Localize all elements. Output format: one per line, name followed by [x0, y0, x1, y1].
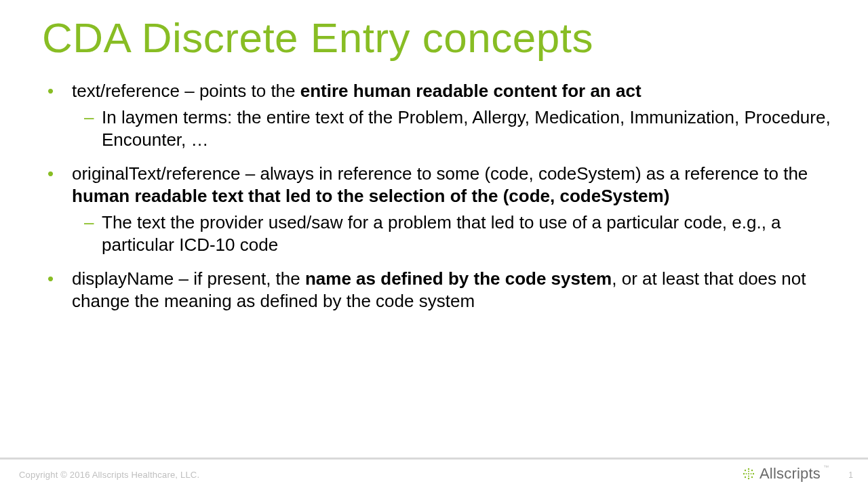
bullet-text-pre: originalText/reference – always in refer…: [72, 163, 808, 184]
slide-body: text/reference – points to the entire hu…: [42, 80, 834, 325]
sub-bullet-list: In laymen terms: the entire text of the …: [72, 106, 834, 151]
bullet-list: text/reference – points to the entire hu…: [42, 80, 834, 312]
footer-divider: [0, 458, 868, 460]
bullet-text-bold: human readable text that led to the sele…: [72, 186, 669, 206]
svg-point-1: [748, 478, 749, 479]
bullet-item: originalText/reference – always in refer…: [42, 163, 834, 256]
bullet-text-bold: entire human readable content for an act: [300, 81, 642, 101]
brand-logo: Allscripts ™: [742, 465, 830, 483]
svg-point-11: [750, 473, 751, 474]
sub-bullet-item: The text the provider used/saw for a pro…: [72, 211, 834, 256]
brand-mark-icon: [742, 467, 755, 481]
bullet-item: displayName – if present, the name as de…: [42, 268, 834, 312]
copyright-text: Copyright © 2016 Allscripts Healthcare, …: [19, 470, 199, 480]
bullet-text-pre: text/reference – points to the: [72, 81, 300, 101]
slide: CDA Discrete Entry concepts text/referen…: [0, 0, 868, 488]
svg-point-4: [745, 470, 746, 471]
svg-point-3: [753, 473, 754, 474]
bullet-text-pre: displayName – if present, the: [72, 268, 305, 289]
svg-point-7: [751, 476, 753, 478]
sub-bullet-text: The text the provider used/saw for a pro…: [102, 212, 781, 255]
bullet-item: text/reference – points to the entire hu…: [42, 80, 834, 150]
svg-point-10: [745, 473, 747, 474]
svg-point-2: [743, 473, 745, 474]
svg-point-9: [748, 476, 749, 477]
brand-name: Allscripts: [760, 465, 821, 483]
svg-point-0: [748, 468, 749, 470]
bullet-text-bold: name as defined by the code system: [305, 268, 612, 289]
svg-point-5: [751, 470, 753, 471]
svg-point-8: [748, 471, 749, 472]
sub-bullet-item: In laymen terms: the entire text of the …: [72, 106, 834, 151]
page-number: 1: [848, 470, 853, 480]
trademark-symbol: ™: [823, 464, 829, 470]
sub-bullet-list: The text the provider used/saw for a pro…: [72, 211, 834, 256]
svg-point-12: [748, 473, 749, 474]
sub-bullet-text: In laymen terms: the entire text of the …: [102, 107, 831, 150]
svg-point-6: [745, 476, 746, 478]
slide-title: CDA Discrete Entry concepts: [42, 15, 593, 61]
